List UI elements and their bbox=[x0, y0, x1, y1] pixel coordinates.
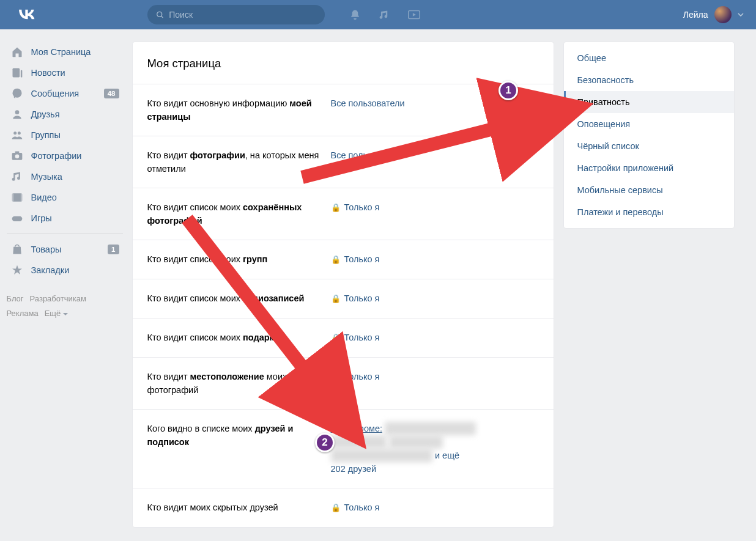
svg-point-5 bbox=[12, 89, 21, 98]
search-input[interactable] bbox=[169, 10, 316, 20]
svg-point-10 bbox=[15, 155, 19, 159]
messages-icon bbox=[10, 87, 24, 100]
news-icon bbox=[10, 66, 24, 79]
svg-rect-15 bbox=[12, 216, 22, 221]
search-icon bbox=[156, 10, 165, 20]
bag-icon bbox=[10, 243, 24, 256]
setting-label: Кто видит список моих подарков bbox=[147, 331, 331, 345]
film-icon bbox=[10, 191, 24, 204]
setting-label: Кто видит фотографии, на которых меня от… bbox=[147, 149, 331, 175]
goods-badge: 1 bbox=[108, 245, 119, 254]
svg-point-8 bbox=[17, 131, 20, 134]
setting-value[interactable]: Всех, кроме: ■■■■■■■■■■■■■■■■■■■■■■■■■ ■… bbox=[331, 422, 539, 476]
settings-tab[interactable]: Чёрный список bbox=[564, 135, 734, 157]
home-icon bbox=[10, 45, 24, 59]
footer-ads[interactable]: Реклама bbox=[7, 309, 39, 318]
setting-row: Кто видит список моих подарков🔒Только я bbox=[133, 318, 554, 357]
setting-label: Кто видит список моих сохранённых фотогр… bbox=[147, 201, 331, 227]
svg-point-0 bbox=[157, 12, 161, 17]
svg-rect-11 bbox=[15, 152, 19, 153]
setting-label: Кто видит список моих групп bbox=[147, 252, 331, 267]
setting-value[interactable]: 🔒Только я bbox=[331, 201, 539, 227]
setting-label: Кто видит основную информацию моей стран… bbox=[147, 97, 331, 123]
settings-tab[interactable]: Настройки приложений bbox=[564, 157, 734, 179]
settings-tab[interactable]: Оповещения bbox=[564, 113, 734, 135]
chevron-down-icon bbox=[738, 13, 744, 17]
nav-games[interactable]: Игры bbox=[7, 208, 123, 229]
username: Лейла bbox=[683, 10, 708, 20]
setting-row: Кто видит фотографии, на которых меня от… bbox=[133, 136, 554, 188]
page-title: Моя страница bbox=[133, 42, 554, 84]
nav-photos[interactable]: Фотографии bbox=[7, 145, 123, 166]
lock-icon: 🔒 bbox=[331, 503, 341, 512]
nav-goods[interactable]: Товары1 bbox=[7, 239, 123, 260]
svg-line-1 bbox=[161, 16, 163, 18]
page-layout: Моя Страница Новости Сообщения48 Друзья … bbox=[7, 29, 750, 528]
settings-tab[interactable]: Безопасность bbox=[564, 69, 734, 91]
groups-icon bbox=[10, 128, 24, 142]
setting-row: Кто видит местоположение моих фотографий… bbox=[133, 357, 554, 409]
nav-video[interactable]: Видео bbox=[7, 187, 123, 208]
top-bar: Лейла bbox=[0, 0, 756, 29]
footer-blog[interactable]: Блог bbox=[7, 294, 24, 303]
svg-rect-13 bbox=[12, 193, 13, 201]
nav-friends[interactable]: Друзья bbox=[7, 104, 123, 125]
setting-value[interactable]: Все пользователи bbox=[331, 97, 539, 123]
user-menu[interactable]: Лейла bbox=[683, 6, 750, 23]
settings-panel: Моя страница Кто видит основную информац… bbox=[132, 42, 554, 528]
nav-messages[interactable]: Сообщения48 bbox=[7, 83, 123, 104]
setting-value[interactable]: 🔒Только я bbox=[331, 252, 539, 267]
gamepad-icon bbox=[10, 212, 24, 225]
music-icon[interactable] bbox=[379, 9, 391, 21]
lock-icon: 🔒 bbox=[331, 255, 341, 264]
setting-value[interactable]: Все пользователи bbox=[331, 149, 539, 175]
setting-value[interactable]: 🔒Только я bbox=[331, 370, 539, 397]
lock-icon: 🔒 bbox=[331, 372, 341, 381]
svg-rect-3 bbox=[12, 68, 20, 78]
nav-bookmarks[interactable]: Закладки bbox=[7, 260, 123, 281]
settings-tab[interactable]: Платежи и переводы bbox=[564, 201, 734, 223]
setting-value[interactable]: 🔒Только я bbox=[331, 331, 539, 345]
lock-icon: 🔒 bbox=[331, 203, 341, 212]
setting-label: Кто видит список моих аудиозаписей bbox=[147, 292, 331, 306]
lock-icon: 🔒 bbox=[331, 294, 341, 303]
setting-value[interactable]: 🔒Только я bbox=[331, 501, 539, 515]
friends-icon bbox=[10, 108, 24, 121]
setting-row: Кто видит список моих групп🔒Только я bbox=[133, 240, 554, 279]
search-box[interactable] bbox=[147, 5, 325, 24]
svg-rect-4 bbox=[20, 70, 22, 78]
svg-point-6 bbox=[15, 110, 19, 114]
settings-tabs: ОбщееБезопасностьПриватностьОповещенияЧё… bbox=[563, 42, 735, 229]
setting-value[interactable]: 🔒Только я bbox=[331, 292, 539, 306]
footer-more[interactable]: Ещё bbox=[45, 309, 69, 318]
setting-label: Кого видно в списке моих друзей и подпис… bbox=[147, 422, 331, 476]
nav-music[interactable]: Музыка bbox=[7, 166, 123, 187]
lock-icon: 🔒 bbox=[331, 333, 341, 342]
avatar bbox=[714, 6, 732, 23]
nav-my-page[interactable]: Моя Страница bbox=[7, 42, 123, 62]
notifications-icon[interactable] bbox=[349, 9, 361, 21]
svg-rect-14 bbox=[20, 193, 22, 201]
setting-row: Кто видит список моих аудиозаписей🔒Тольк… bbox=[133, 279, 554, 318]
setting-label: Кто видит местоположение моих фотографий bbox=[147, 370, 331, 397]
music-nav-icon bbox=[10, 170, 24, 183]
camera-icon bbox=[10, 149, 24, 163]
left-nav: Моя Страница Новости Сообщения48 Друзья … bbox=[7, 42, 123, 528]
setting-row: Кто видит список моих сохранённых фотогр… bbox=[133, 188, 554, 240]
vk-logo[interactable] bbox=[13, 6, 43, 24]
setting-row: Кого видно в списке моих друзей и подпис… bbox=[133, 409, 554, 488]
settings-tab[interactable]: Общее bbox=[564, 47, 734, 69]
setting-label: Кто видит моих скрытых друзей bbox=[147, 501, 331, 515]
setting-row: Кто видит основную информацию моей стран… bbox=[133, 84, 554, 136]
nav-groups[interactable]: Группы bbox=[7, 125, 123, 145]
settings-tab[interactable]: Приватность bbox=[564, 91, 734, 113]
star-icon bbox=[10, 263, 24, 277]
svg-point-7 bbox=[13, 131, 17, 134]
messages-badge: 48 bbox=[104, 89, 119, 98]
footer-dev[interactable]: Разработчикам bbox=[30, 294, 86, 303]
settings-tab[interactable]: Мобильные сервисы bbox=[564, 179, 734, 201]
video-icon[interactable] bbox=[408, 9, 420, 21]
nav-footer: БлогРазработчикам РекламаЕщё bbox=[7, 292, 123, 321]
setting-row: Кто видит моих скрытых друзей🔒Только я bbox=[133, 488, 554, 527]
nav-news[interactable]: Новости bbox=[7, 62, 123, 83]
